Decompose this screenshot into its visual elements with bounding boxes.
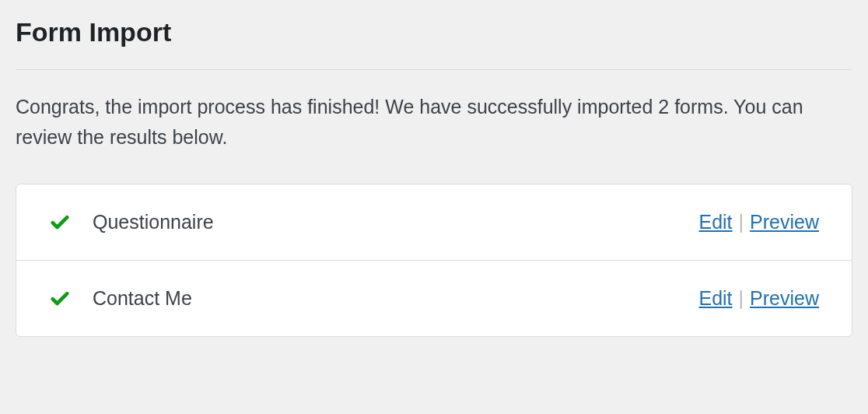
result-row: Contact Me Edit | Preview — [16, 261, 852, 336]
form-name: Questionnaire — [93, 211, 214, 233]
action-separator: | — [739, 211, 744, 233]
result-actions: Edit | Preview — [698, 287, 819, 310]
check-icon — [49, 211, 71, 233]
check-icon — [49, 287, 71, 309]
result-actions: Edit | Preview — [698, 211, 819, 233]
divider — [16, 69, 852, 70]
preview-link[interactable]: Preview — [750, 287, 819, 310]
edit-link[interactable]: Edit — [698, 211, 732, 233]
action-separator: | — [739, 287, 744, 310]
import-success-message: Congrats, the import process has finishe… — [16, 92, 852, 153]
form-name: Contact Me — [93, 287, 192, 310]
result-row: Questionnaire Edit | Preview — [16, 184, 852, 261]
results-table: Questionnaire Edit | Preview Contact Me … — [16, 184, 852, 337]
result-left: Questionnaire — [49, 211, 214, 233]
page-title: Form Import — [16, 0, 852, 69]
edit-link[interactable]: Edit — [698, 287, 732, 310]
preview-link[interactable]: Preview — [750, 211, 819, 233]
result-left: Contact Me — [49, 287, 192, 310]
